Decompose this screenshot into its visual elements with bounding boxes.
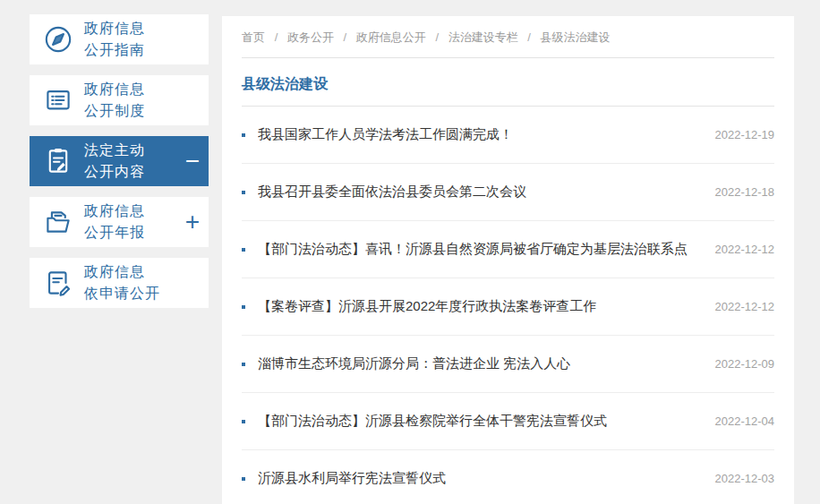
article-row: 【案卷评查】沂源县开展2022年度行政执法案卷评查工作 2022-12-12 [242, 278, 774, 336]
bullet-icon [242, 305, 245, 309]
sidebar-item-label: 政府信息 依申请公开 [84, 261, 160, 304]
sidebar-item-label: 政府信息 公开年报 [84, 201, 145, 243]
bullet-icon [242, 191, 245, 194]
bullet-icon [242, 420, 245, 423]
document-list-icon [41, 83, 75, 117]
sidebar-item-label: 政府信息 公开制度 [84, 79, 145, 122]
article-date: 2022-12-04 [715, 414, 775, 428]
breadcrumb-home[interactable]: 首页 [242, 30, 265, 44]
breadcrumb-separator: / [275, 30, 278, 44]
breadcrumb-government-affairs[interactable]: 政务公开 [287, 30, 334, 44]
article-row: 沂源县水利局举行宪法宣誓仪式 2022-12-03 [242, 450, 774, 504]
sidebar-item-label: 法定主动 公开内容 [84, 140, 145, 183]
bullet-icon [242, 133, 245, 137]
sidebar: 政府信息 公开指南 政府信息 公开制度 [30, 14, 209, 319]
article-link[interactable]: 我县召开县委全面依法治县委员会第二次会议 [258, 184, 701, 201]
sidebar-item-disclosure-on-request[interactable]: 政府信息 依申请公开 [30, 258, 209, 308]
breadcrumb-rule-of-law-column[interactable]: 法治建设专栏 [448, 30, 518, 44]
breadcrumb-info-disclosure[interactable]: 政府信息公开 [356, 30, 426, 44]
article-date: 2022-12-03 [715, 472, 775, 485]
article-list: 我县国家工作人员学法考法工作圆满完成！ 2022-12-19 我县召开县委全面依… [242, 107, 774, 504]
sidebar-item-annual-report[interactable]: 政府信息 公开年报 + [30, 197, 209, 247]
page-title: 县级法治建设 [242, 58, 774, 107]
bullet-icon [242, 477, 245, 481]
compass-icon [41, 22, 75, 56]
article-row: 淄博市生态环境局沂源分局：普法进企业 宪法入人心 2022-12-09 [242, 336, 774, 393]
article-link[interactable]: 【部门法治动态】沂源县检察院举行全体干警宪法宣誓仪式 [258, 413, 701, 430]
folder-icon [41, 205, 75, 239]
article-link[interactable]: 淄博市生态环境局沂源分局：普法进企业 宪法入人心 [258, 355, 701, 372]
bullet-icon [242, 363, 245, 366]
document-edit-icon [41, 266, 75, 300]
page: 政府信息 公开指南 政府信息 公开制度 [0, 0, 820, 504]
breadcrumb-separator: / [344, 30, 347, 44]
article-link[interactable]: 【案卷评查】沂源县开展2022年度行政执法案卷评查工作 [258, 298, 701, 315]
breadcrumb-current-page: 县级法治建设 [541, 30, 611, 44]
sidebar-item-label: 政府信息 公开指南 [84, 18, 145, 61]
article-row: 【部门法治动态】沂源县检察院举行全体干警宪法宣誓仪式 2022-12-04 [242, 393, 774, 450]
article-date: 2022-12-19 [715, 128, 775, 141]
article-row: 我县召开县委全面依法治县委员会第二次会议 2022-12-18 [242, 164, 774, 221]
article-date: 2022-12-12 [715, 243, 775, 256]
article-date: 2022-12-18 [715, 185, 775, 199]
article-link[interactable]: 沂源县水利局举行宪法宣誓仪式 [258, 470, 701, 487]
collapse-minus-icon[interactable]: − [185, 149, 200, 174]
expand-plus-icon[interactable]: + [185, 209, 200, 235]
article-link[interactable]: 【部门法治动态】喜讯！沂源县自然资源局被省厅确定为基层法治联系点 [258, 241, 701, 258]
article-row: 我县国家工作人员学法考法工作圆满完成！ 2022-12-19 [242, 107, 774, 164]
article-link[interactable]: 我县国家工作人员学法考法工作圆满完成！ [258, 126, 701, 143]
article-row: 【部门法治动态】喜讯！沂源县自然资源局被省厅确定为基层法治联系点 2022-12… [242, 221, 774, 278]
breadcrumb-separator: / [527, 30, 531, 44]
breadcrumb-separator: / [435, 30, 439, 44]
article-date: 2022-12-09 [715, 357, 775, 371]
sidebar-item-statutory-disclosure[interactable]: 法定主动 公开内容 − [30, 136, 209, 186]
article-date: 2022-12-12 [715, 300, 775, 313]
sidebar-item-disclosure-guide[interactable]: 政府信息 公开指南 [30, 14, 209, 64]
sidebar-item-disclosure-system[interactable]: 政府信息 公开制度 [30, 75, 209, 125]
bullet-icon [242, 248, 245, 252]
main-content: 首页 / 政务公开 / 政府信息公开 / 法治建设专栏 / 县级法治建设 县级法… [222, 16, 794, 504]
clipboard-pen-icon [41, 144, 75, 178]
breadcrumb: 首页 / 政务公开 / 政府信息公开 / 法治建设专栏 / 县级法治建设 [242, 16, 774, 58]
